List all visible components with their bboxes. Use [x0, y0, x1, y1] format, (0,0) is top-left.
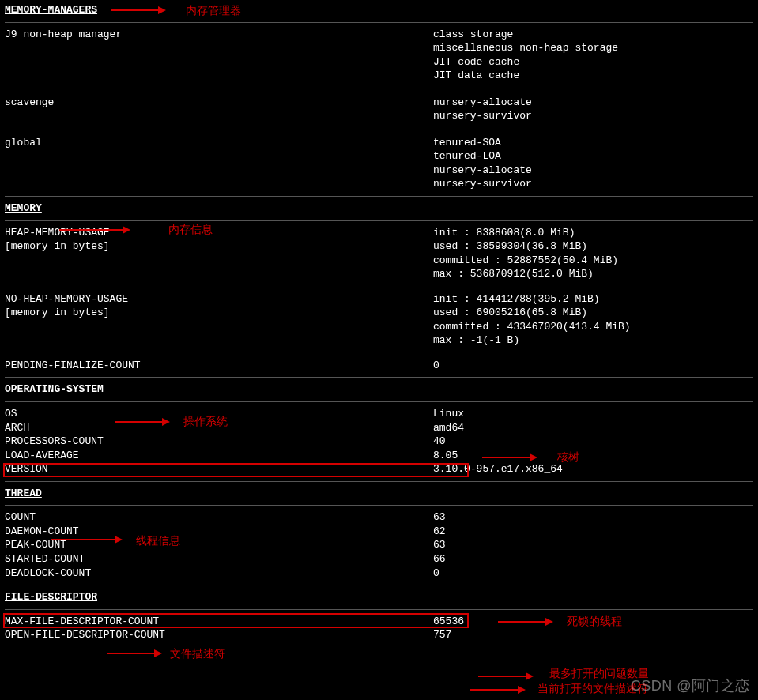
anno-fd: 文件描述符	[170, 646, 225, 661]
thread-row: STARTED-COUNT66	[5, 552, 753, 566]
divider	[5, 401, 753, 402]
os-row: PROCESSORS-COUNT40	[5, 435, 753, 449]
kv-key: DAEMON-COUNT	[5, 525, 433, 539]
kv-key: PROCESSORS-COUNT	[5, 435, 433, 449]
noheap-line: init : 414412788(395.2 MiB)	[433, 292, 753, 307]
thread-header: THREAD	[5, 487, 42, 501]
heap-line: committed : 52887552(50.4 MiB)	[433, 254, 753, 268]
arrow-icon	[107, 648, 162, 659]
kv-key: OS	[5, 407, 433, 421]
memory-manager-row: scavengenursery-allocatenursery-survivor	[5, 96, 753, 123]
noheap-line: max : -1(-1 B)	[433, 333, 753, 348]
memory-manager-item: JIT code cache	[433, 55, 753, 70]
kv-value: 3.10.0-957.e17.x86_64	[433, 462, 753, 476]
thread-row: COUNT63	[5, 510, 753, 525]
kv-value: 0	[433, 566, 753, 581]
memory-manager-item: nursery-survivor	[433, 109, 753, 123]
heap-line: used : 38599304(36.8 MiB)	[433, 239, 753, 254]
memory-manager-row: J9 non-heap managerclass storagemiscella…	[5, 28, 753, 83]
os-row: ARCHamd64	[5, 421, 753, 435]
kv-value: 757	[433, 628, 753, 642]
divider	[5, 505, 753, 506]
noheap-line: committed : 433467020(413.4 MiB)	[433, 320, 753, 334]
divider	[5, 22, 753, 23]
divider	[5, 609, 753, 610]
kv-key: OPEN-FILE-DESCRIPTOR-COUNT	[5, 628, 433, 642]
kv-key: MAX-FILE-DESCRIPTOR-COUNT	[5, 615, 433, 629]
pending-value: 0	[433, 359, 753, 373]
kv-key: DEADLOCK-COUNT	[5, 566, 433, 581]
memory-manager-item: tenured-SOA	[433, 136, 753, 150]
kv-value: 66	[433, 552, 753, 566]
kv-key: ARCH	[5, 421, 433, 435]
memory-manager-item: nursery-allocate	[433, 96, 753, 110]
fd-row: OPEN-FILE-DESCRIPTOR-COUNT757	[5, 628, 753, 642]
kv-value: 40	[433, 435, 753, 449]
memory-managers-header: MEMORY-MANAGERS	[5, 3, 97, 17]
kv-value: 65536	[433, 615, 753, 629]
memory-header: MEMORY	[5, 201, 42, 216]
thread-row: DAEMON-COUNT62	[5, 525, 753, 539]
svg-marker-17	[518, 686, 526, 694]
memory-manager-name: J9 non-heap manager	[5, 28, 433, 83]
memory-manager-name: global	[5, 136, 433, 191]
fd-header: FILE-DESCRIPTOR	[5, 590, 97, 604]
noheap-label: NO-HEAP-MEMORY-USAGE	[5, 292, 433, 307]
memory-manager-item: class storage	[433, 28, 753, 42]
pending-label: PENDING-FINALIZE-COUNT	[5, 359, 433, 373]
kv-value: amd64	[433, 421, 753, 435]
memory-manager-name: scavenge	[5, 96, 433, 123]
kv-key: PEAK-COUNT	[5, 538, 433, 552]
kv-value: 8.05	[433, 449, 753, 463]
heap-sub: [memory in bytes]	[5, 239, 433, 254]
os-row: VERSION3.10.0-957.e17.x86_64	[5, 462, 753, 476]
kv-key: VERSION	[5, 462, 433, 476]
memory-manager-item: nursery-allocate	[433, 164, 753, 178]
svg-marker-13	[154, 649, 162, 657]
anno-max-fd: 最多打开的问题数量	[549, 666, 649, 681]
memory-manager-item: miscellaneous non-heap storage	[433, 41, 753, 55]
heap-line: init : 8388608(8.0 MiB)	[433, 226, 753, 240]
kv-value: Linux	[433, 407, 753, 421]
kv-value: 63	[433, 538, 753, 552]
heap-label: HEAP-MEMORY-USAGE	[5, 226, 433, 240]
fd-row: MAX-FILE-DESCRIPTOR-COUNT65536	[5, 615, 753, 629]
os-header: OPERATING-SYSTEM	[5, 382, 104, 397]
anno-open-fd: 当前打开的文件描述符	[537, 681, 648, 696]
memory-manager-row: globaltenured-SOAtenured-LOAnursery-allo…	[5, 136, 753, 191]
divider	[5, 585, 753, 585]
divider	[5, 377, 753, 378]
kv-key: LOAD-AVERAGE	[5, 449, 433, 463]
watermark: CSDN @阿门之恋	[631, 676, 750, 695]
noheap-sub: [memory in bytes]	[5, 306, 433, 320]
thread-row: DEADLOCK-COUNT0	[5, 566, 753, 581]
divider	[5, 220, 753, 221]
divider	[5, 196, 753, 197]
os-row: LOAD-AVERAGE8.05	[5, 449, 753, 463]
arrow-icon	[478, 671, 534, 682]
heap-line: max : 536870912(512.0 MiB)	[433, 267, 753, 281]
kv-value: 63	[433, 510, 753, 525]
divider	[5, 481, 753, 482]
memory-manager-item: nursery-survivor	[433, 177, 753, 191]
memory-manager-item: JIT data cache	[433, 69, 753, 83]
svg-marker-15	[526, 672, 534, 680]
noheap-line: used : 69005216(65.8 MiB)	[433, 306, 753, 320]
kv-key: COUNT	[5, 510, 433, 525]
kv-value: 62	[433, 525, 753, 539]
kv-key: STARTED-COUNT	[5, 552, 433, 566]
os-row: OSLinux	[5, 407, 753, 421]
arrow-icon	[470, 684, 526, 695]
thread-row: PEAK-COUNT63	[5, 538, 753, 552]
memory-manager-item: tenured-LOA	[433, 149, 753, 164]
